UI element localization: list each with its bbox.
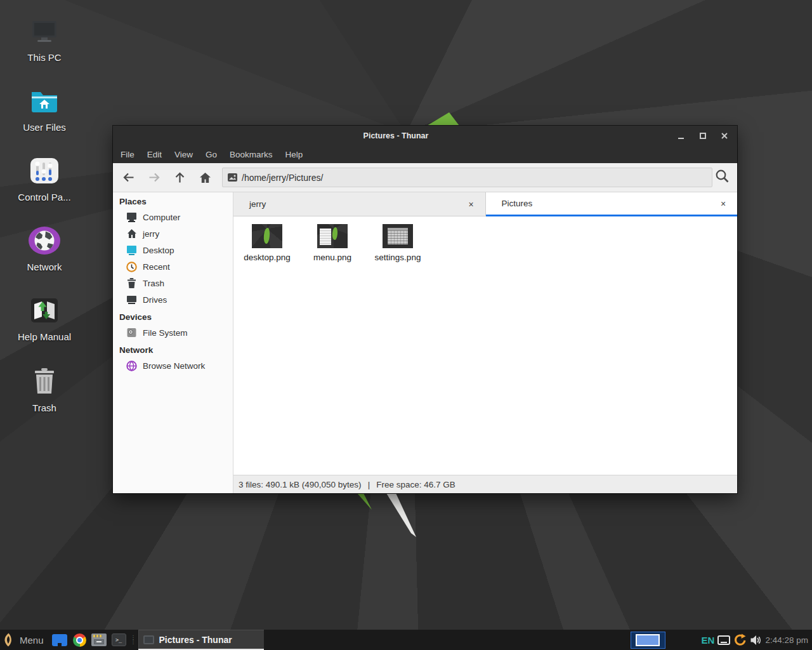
control-panel-icon — [14, 155, 75, 187]
task-label: Pictures - Thunar — [159, 635, 232, 645]
help-manual-icon — [14, 295, 75, 326]
status-files: 3 files: 490.1 kB (490,050 bytes) — [239, 480, 362, 489]
tab-jerry[interactable]: jerry × — [233, 192, 486, 216]
close-button[interactable] — [721, 132, 728, 140]
sidebar-item-trash[interactable]: Trash — [113, 275, 233, 291]
menu-file[interactable]: File — [114, 150, 141, 159]
volume-icon[interactable] — [750, 635, 762, 646]
sidebar-item-recent[interactable]: Recent — [113, 258, 233, 275]
desktop: This PC User Files Control Pa... Network… — [0, 0, 812, 650]
file-desktop-png[interactable]: desktop.png — [237, 224, 298, 262]
workspace-switcher[interactable] — [631, 632, 665, 649]
tab-pictures[interactable]: Pictures × — [486, 192, 738, 216]
file-menu-png[interactable]: menu.png — [302, 224, 363, 262]
globe-icon — [126, 361, 137, 371]
desktop-icon-network[interactable]: Network — [14, 225, 75, 272]
terminal-icon[interactable]: >_ — [109, 630, 129, 650]
path-text: /home/jerry/Pictures/ — [242, 173, 323, 183]
sidebar-item-label: Computer — [143, 213, 180, 222]
taskbar-window-button[interactable]: Pictures - Thunar — [138, 630, 264, 650]
up-button[interactable] — [167, 172, 192, 183]
sidebar-item-label: Browse Network — [143, 361, 205, 371]
computer-icon — [14, 15, 75, 47]
sidebar-item-file-system[interactable]: File System — [113, 324, 233, 341]
minimize-button[interactable] — [678, 132, 685, 140]
sidebar-header-devices: Devices — [113, 308, 233, 324]
path-bar[interactable]: /home/jerry/Pictures/ — [222, 168, 712, 187]
desktop-icon-label: User Files — [14, 122, 75, 133]
network-globe-icon — [14, 225, 75, 256]
file-settings-png[interactable]: settings.png — [367, 224, 428, 262]
file-thumbnail — [252, 224, 282, 248]
file-manager-icon[interactable] — [89, 630, 109, 650]
desktop-icon-this-pc[interactable]: This PC — [14, 15, 75, 63]
hard-disk-icon — [126, 328, 137, 338]
software-manager-icon[interactable] — [50, 630, 70, 650]
desktop-icon-label: Trash — [14, 402, 75, 413]
sidebar-header-network: Network — [113, 341, 233, 357]
sidebar-item-browse-network[interactable]: Browse Network — [113, 357, 233, 374]
desktop-icon-user-files[interactable]: User Files — [14, 85, 75, 133]
taskbar-separator: ⋮⋮ — [131, 635, 136, 644]
sidebar-item-label: Drives — [143, 295, 167, 305]
start-menu-button[interactable]: Menu — [20, 635, 44, 646]
desktop-icon-label: Help Manual — [14, 331, 75, 342]
sidebar-item-drives[interactable]: Drives — [113, 291, 233, 308]
menu-edit[interactable]: Edit — [141, 150, 168, 159]
menu-go[interactable]: Go — [199, 150, 223, 159]
titlebar[interactable]: Pictures - Thunar — [113, 126, 737, 146]
file-name: settings.png — [367, 253, 428, 262]
tab-label: Pictures — [502, 199, 533, 208]
forward-button[interactable] — [141, 173, 167, 182]
file-thumbnail — [383, 224, 413, 248]
window-title: Pictures - Thunar — [363, 126, 429, 146]
status-bar: 3 files: 490.1 kB (490,050 bytes) | Free… — [233, 475, 737, 493]
menubar: File Edit View Go Bookmarks Help — [113, 146, 737, 163]
home-button[interactable] — [192, 172, 218, 183]
tab-bar: jerry × Pictures × — [233, 192, 737, 216]
trash-icon — [126, 278, 137, 288]
clock: 2:44:28 pm — [765, 635, 808, 645]
menu-help[interactable]: Help — [279, 150, 310, 159]
keyboard-layout-indicator[interactable]: EN — [702, 635, 715, 646]
desktop-icon-label: This PC — [14, 52, 75, 63]
chrome-icon[interactable] — [70, 630, 89, 650]
sidebar-header-places: Places — [113, 192, 233, 209]
home-folder-icon — [14, 85, 75, 117]
desktop-icon-control-panel[interactable]: Control Pa... — [14, 155, 75, 202]
keyboard-icon[interactable] — [717, 635, 730, 645]
tab-close-icon[interactable]: × — [466, 199, 476, 209]
status-free-space: Free space: 46.7 GB — [376, 480, 455, 489]
sidebar-item-computer[interactable]: Computer — [113, 209, 233, 225]
start-menu-logo-icon[interactable] — [1, 630, 15, 650]
thunar-window: Pictures - Thunar File Edit View Go Book… — [113, 126, 737, 493]
sidebar-item-label: Recent — [143, 262, 170, 272]
sidebar-item-label: jerry — [143, 229, 159, 239]
tab-close-icon[interactable]: × — [718, 199, 728, 209]
sidebar-item-jerry[interactable]: jerry — [113, 225, 233, 242]
clock-icon — [126, 262, 137, 272]
tab-label: jerry — [249, 199, 266, 209]
back-button[interactable] — [116, 173, 141, 182]
computer-icon — [126, 212, 137, 222]
desktop-icon-trash[interactable]: Trash — [14, 366, 75, 413]
maximize-button[interactable] — [699, 132, 707, 140]
search-icon[interactable] — [715, 169, 730, 186]
sidebar-item-desktop[interactable]: Desktop — [113, 242, 233, 258]
desktop-icon-help-manual[interactable]: Help Manual — [14, 295, 75, 342]
status-separator: | — [368, 480, 370, 489]
sidebar-item-label: Desktop — [143, 246, 174, 255]
desktop-icon — [126, 245, 137, 255]
sidebar-item-label: Trash — [143, 279, 164, 288]
thunar-task-icon — [143, 635, 154, 644]
file-name: desktop.png — [237, 253, 298, 262]
menu-view[interactable]: View — [168, 150, 199, 159]
toolbar: /home/jerry/Pictures/ — [113, 163, 737, 192]
file-name: menu.png — [302, 253, 363, 262]
image-icon — [228, 173, 237, 182]
sidebar-item-label: File System — [143, 328, 188, 338]
menu-bookmarks[interactable]: Bookmarks — [223, 150, 279, 159]
home-icon — [126, 229, 137, 239]
update-manager-icon[interactable] — [733, 633, 747, 647]
drive-icon — [126, 295, 137, 305]
